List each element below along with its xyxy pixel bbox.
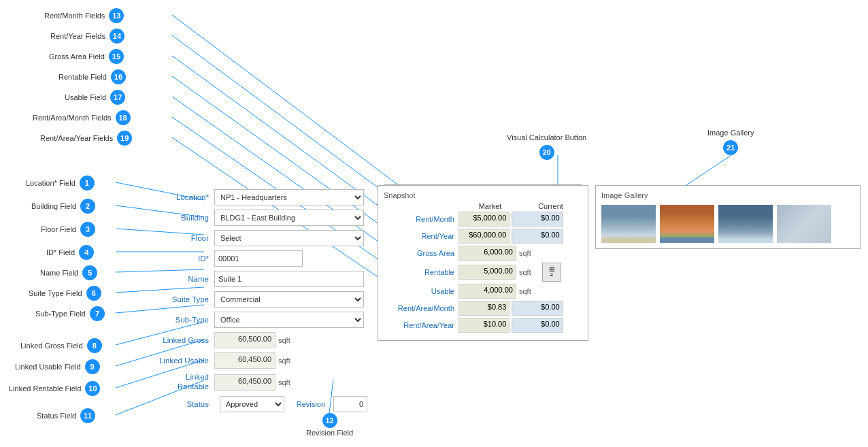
badge-7: 7	[90, 306, 105, 321]
label-rentable-field: Rentable Field 16	[59, 69, 126, 84]
badge-14: 14	[110, 29, 124, 44]
badge-8: 8	[87, 338, 102, 353]
name-label: Name	[143, 275, 214, 283]
label-rent-month-fields: Rent/Month Fields 13	[44, 8, 124, 23]
location-field[interactable]: NP1 - Headquarters	[214, 189, 364, 205]
status-label: Status	[143, 400, 214, 408]
svg-line-19	[680, 155, 731, 189]
sub-type-row: Sub-Type Office	[143, 312, 367, 328]
snapshot-row-rent-area-year: Rent/Area/Year $10.00 $0.00	[384, 318, 582, 333]
badge-12: 12	[322, 413, 337, 428]
ig-callout: Image Gallery 21	[707, 128, 754, 155]
label-linked-gross-field: Linked Gross Field 8	[20, 338, 102, 353]
linked-gross-value: 60,500.00	[214, 332, 276, 348]
revision-callout: 12 Revision Field	[306, 413, 353, 437]
building-field[interactable]: BLDG1 - East Building	[214, 210, 364, 226]
revision-field[interactable]	[333, 396, 367, 412]
name-field[interactable]	[214, 271, 364, 287]
suite-type-label: Suite Type	[143, 295, 214, 303]
label-usable-field: Usable Field 17	[65, 90, 125, 105]
image-gallery-panel: Image Gallery	[595, 185, 861, 249]
gallery-images	[601, 205, 854, 243]
visual-calculator-button[interactable]: ⊞ ≡	[542, 263, 561, 282]
gross-area-market: 6,000.00	[458, 246, 516, 261]
usable-market: 4,000.00	[458, 284, 516, 299]
suite-type-field[interactable]: Commercial	[214, 291, 364, 308]
badge-19: 19	[117, 131, 132, 146]
badge-2: 2	[80, 199, 95, 214]
snapshot-panel: Snapshot Market Current Rent/Month $5,00…	[378, 185, 588, 341]
badge-4: 4	[79, 245, 94, 260]
label-gross-area-field: Gross Area Field 15	[49, 49, 124, 64]
label-rent-year-fields: Rent/Year Fields 14	[50, 29, 124, 44]
badge-1: 1	[80, 176, 95, 191]
linked-usable-value: 60,450.00	[214, 352, 276, 369]
floor-field[interactable]: Select	[214, 230, 364, 246]
market-header: Market	[461, 202, 519, 210]
linked-gross-row: Linked Gross 60,500.00 sqft	[143, 332, 367, 348]
rent-month-market: $5,000.00	[458, 212, 510, 227]
rent-area-month-market: $0.83	[458, 301, 510, 316]
label-rent-area-month-fields: Rent/Area/Month Fields 18	[33, 110, 131, 125]
linked-rentable-unit: sqft	[278, 378, 290, 386]
label-id-field: ID* Field 4	[46, 245, 94, 260]
sub-type-field[interactable]: Office	[214, 312, 364, 328]
badge-11: 11	[80, 408, 95, 423]
snapshot-row-rent-month: Rent/Month $5,000.00 $0.00	[384, 212, 582, 227]
revision-label: Revision	[297, 400, 325, 408]
sub-type-label: Sub-Type	[143, 316, 214, 324]
linked-usable-label: Linked Usable	[143, 357, 214, 365]
label-floor-field: Floor Field 3	[41, 222, 95, 237]
location-row: Location* NP1 - Headquarters	[143, 189, 367, 205]
badge-9: 9	[85, 359, 100, 374]
floor-row: Floor Select	[143, 230, 367, 246]
name-row: Name	[143, 271, 367, 287]
status-row: Status Approved Revision	[143, 396, 367, 412]
gallery-image-1[interactable]	[601, 205, 656, 243]
badge-20: 20	[539, 145, 554, 160]
vcb-label: Visual Calculator Button	[507, 133, 586, 142]
gallery-image-4[interactable]	[777, 205, 831, 243]
label-suite-type-field: Suite Type Field 6	[29, 286, 101, 301]
linked-gross-label: Linked Gross	[143, 336, 214, 344]
id-label: ID*	[143, 254, 214, 263]
badge-21: 21	[723, 140, 738, 155]
rent-area-month-current: $0.00	[512, 301, 563, 316]
rentable-market: 5,000.00	[458, 265, 516, 280]
id-field[interactable]	[214, 250, 303, 267]
linked-usable-row: Linked Usable 60,450.00 sqft	[143, 352, 367, 369]
linked-gross-unit: sqft	[278, 336, 290, 344]
linked-rentable-value: 60,450.00	[214, 374, 276, 391]
badge-10: 10	[85, 381, 100, 396]
snapshot-row-rentable: Rentable 5,000.00 sqft ⊞ ≡	[384, 263, 582, 282]
badge-3: 3	[80, 222, 95, 237]
label-linked-usable-field: Linked Usable Field 9	[15, 359, 100, 374]
rent-year-current: $0.00	[512, 229, 563, 244]
snapshot-row-rent-year: Rent/Year $60,000.00 $0.00	[384, 229, 582, 244]
badge-18: 18	[116, 110, 131, 125]
gallery-title: Image Gallery	[601, 191, 854, 199]
badge-5: 5	[82, 265, 97, 280]
label-status-field: Status Field 11	[37, 408, 95, 423]
gallery-image-3[interactable]	[718, 205, 773, 243]
label-location-field: Location* Field 1	[26, 176, 95, 191]
badge-15: 15	[109, 49, 124, 64]
badge-6: 6	[86, 286, 101, 301]
ig-label: Image Gallery	[707, 129, 754, 137]
badge-13: 13	[109, 8, 124, 23]
snapshot-row-usable: Usable 4,000.00 sqft	[384, 284, 582, 299]
floor-label: Floor	[143, 234, 214, 242]
building-label: Building	[143, 214, 214, 222]
label-name-field: Name Field 5	[40, 265, 97, 280]
linked-rentable-label: LinkedRentable	[143, 373, 214, 392]
gallery-image-2[interactable]	[660, 205, 714, 243]
linked-usable-unit: sqft	[278, 357, 290, 365]
badge-17: 17	[110, 90, 125, 105]
label-sub-type-field: Sub-Type Field 7	[35, 306, 105, 321]
snapshot-title: Snapshot	[384, 191, 415, 199]
location-label: Location*	[143, 193, 214, 201]
vcb-callout: Visual Calculator Button 20	[507, 133, 586, 160]
suite-type-row: Suite Type Commercial	[143, 291, 367, 308]
status-field[interactable]: Approved	[220, 396, 284, 412]
current-header: Current	[522, 202, 580, 210]
